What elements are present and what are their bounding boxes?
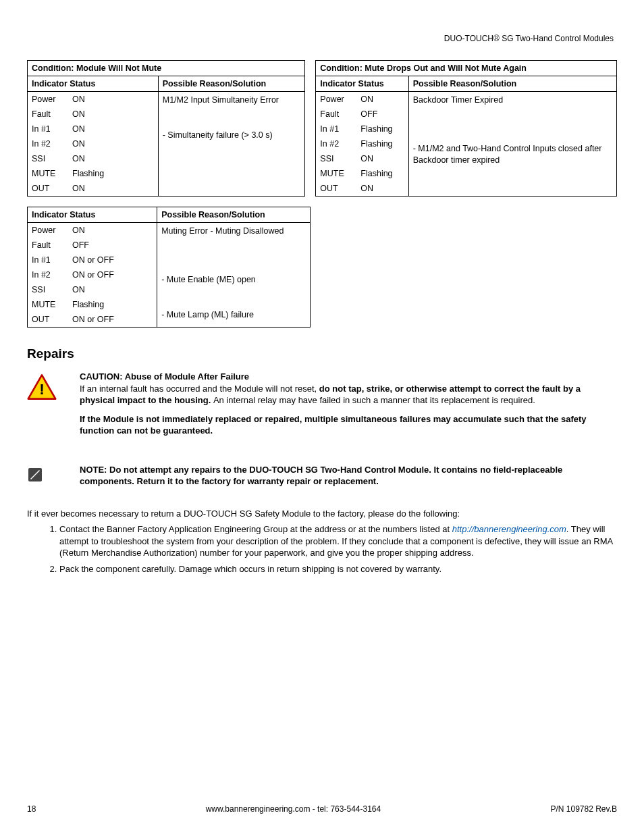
t2-condition: Condition: Mute Drops Out and Will Not M… [316, 61, 617, 76]
table-row: OUTON [28, 181, 158, 196]
t1-reason1: M1/M2 Input Simultaneity Error [163, 95, 301, 106]
table-row: MUTEFlashing [28, 166, 158, 181]
table-row: In #2ON [28, 136, 158, 151]
caution-icon: ! [27, 371, 61, 402]
t2-reason1: Backdoor Timer Expired [413, 95, 612, 106]
list-item: Contact the Banner Factory Application E… [59, 523, 617, 559]
table-row: In #2ON or OFF [28, 267, 157, 282]
caution-p1a: If an internal fault has occurred and th… [80, 384, 319, 394]
t2-hdr-reason: Possible Reason/Solution [408, 76, 616, 92]
note-text: NOTE: Do not attempt any repairs to the … [80, 464, 617, 488]
t3-reason3: - Mute Lamp (ML) failure [161, 309, 305, 321]
t1-reason2: - Simultaneity failure (> 3.0 s) [163, 130, 301, 141]
doc-header: DUO-TOUCH® SG Two-Hand Control Modules [27, 34, 617, 43]
banner-link[interactable]: http://bannerengineering.com [452, 524, 566, 534]
page-footer: 18 www.bannerengineering.com - tel: 763-… [27, 804, 617, 814]
table-row: MUTEFlashing [28, 297, 157, 312]
t1-hdr-reason: Possible Reason/Solution [158, 76, 305, 92]
note-icon [27, 464, 61, 485]
table-row: SSION [28, 151, 158, 166]
table-row: FaultON [28, 107, 158, 122]
table-row: PowerON [28, 223, 157, 238]
svg-text:!: ! [39, 380, 45, 398]
repairs-heading: Repairs [27, 346, 617, 361]
return-intro: If it ever becomes necessary to return a… [27, 508, 617, 520]
table-muting-error: Indicator Status Possible Reason/Solutio… [27, 207, 311, 328]
table-row: OUTON or OFF [28, 312, 157, 327]
table-row: OUTON [316, 181, 408, 196]
list-item: Pack the component carefully. Damage whi… [59, 563, 617, 575]
footer-center: www.bannerengineering.com - tel: 763-544… [206, 804, 381, 814]
t1-hdr-indicator: Indicator Status [28, 76, 159, 92]
table-row: FaultOFF [316, 107, 408, 122]
caution-body: CAUTION: Abuse of Module After Failure I… [80, 371, 617, 444]
caution-title: CAUTION: Abuse of Module After Failure [80, 371, 249, 382]
table-row: In #1ON [28, 122, 158, 136]
caution-p2: If the Module is not immediately replace… [80, 413, 617, 437]
t2-reason2: - M1/M2 and Two-Hand Control Inputs clos… [413, 143, 612, 166]
table-row: PowerON [28, 92, 158, 107]
t3-reason2: - Mute Enable (ME) open [161, 274, 305, 286]
table-mute-will-not: Condition: Module Will Not Mute Indicato… [27, 60, 305, 197]
table-mute-drops-out: Condition: Mute Drops Out and Will Not M… [315, 60, 617, 197]
table-row: In #1Flashing [316, 122, 408, 136]
table-row: FaultOFF [28, 238, 157, 253]
return-steps: Contact the Banner Factory Application E… [27, 523, 617, 575]
footer-page: 18 [27, 804, 36, 814]
caution-p1c: An internal relay may have failed in suc… [213, 395, 535, 405]
table-row: SSION [316, 151, 408, 166]
t2-hdr-indicator: Indicator Status [316, 76, 408, 92]
table-row: PowerON [316, 92, 408, 107]
t3-reason1: Muting Error - Muting Disallowed [161, 226, 305, 237]
t1-condition: Condition: Module Will Not Mute [28, 61, 305, 76]
footer-right: P/N 109782 Rev.B [550, 804, 617, 814]
table-row: SSION [28, 282, 157, 297]
table-row: In #1ON or OFF [28, 253, 157, 267]
t3-hdr-reason: Possible Reason/Solution [157, 207, 310, 223]
table-row: In #2Flashing [316, 136, 408, 151]
note-body: NOTE: Do not attempt any repairs to the … [80, 464, 617, 494]
t3-hdr-indicator: Indicator Status [28, 207, 157, 223]
table-row: MUTEFlashing [316, 166, 408, 181]
